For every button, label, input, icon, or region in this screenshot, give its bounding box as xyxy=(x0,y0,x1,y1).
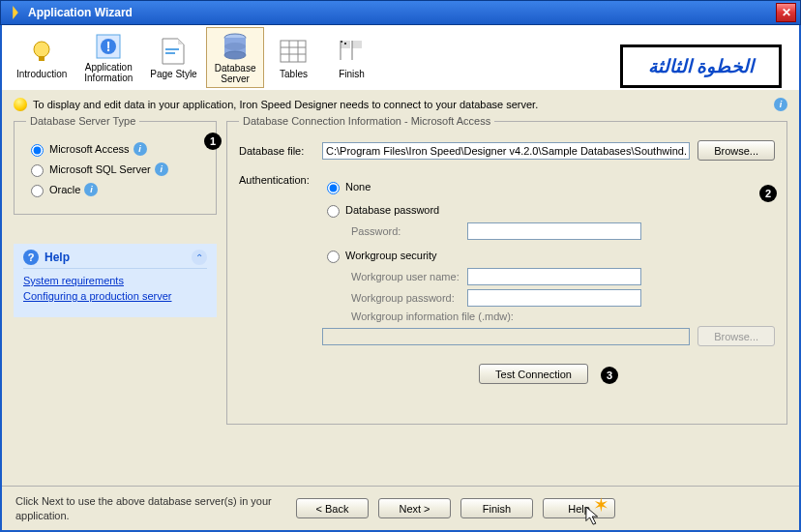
db-file-label: Database file: xyxy=(239,145,322,157)
bulb-icon xyxy=(26,36,57,67)
next-button[interactable]: Next > xyxy=(378,498,451,518)
radio-auth-workgroup[interactable] xyxy=(327,251,340,263)
info-text: To display and edit data in your applica… xyxy=(33,99,538,110)
info-icon[interactable]: i xyxy=(84,183,98,196)
svg-rect-8 xyxy=(165,52,175,54)
connection-legend: Database Connection Information - Micros… xyxy=(239,115,494,127)
radio-label: Oracle xyxy=(49,184,80,195)
footer: Click Next to use the above database ser… xyxy=(2,486,799,530)
radio-auth-none[interactable] xyxy=(327,182,340,194)
svg-rect-1 xyxy=(39,56,44,61)
help-title: Help xyxy=(44,251,192,264)
page-icon xyxy=(158,36,189,67)
password-input[interactable] xyxy=(467,222,641,240)
footer-text: Click Next to use the above database ser… xyxy=(15,494,286,522)
server-type-legend: Database Server Type xyxy=(26,115,139,127)
radio-label: Database password xyxy=(345,204,439,216)
radio-auth-dbpass[interactable] xyxy=(327,205,340,218)
toolbar-label: Tables xyxy=(280,69,308,79)
radio-label: Microsoft Access xyxy=(49,143,130,155)
toolbar-label: Introduction xyxy=(16,69,67,79)
password-label: Password: xyxy=(322,225,467,237)
info-icon[interactable]: i xyxy=(155,163,168,176)
wg-user-input[interactable] xyxy=(467,268,641,285)
auth-label: Authentication: xyxy=(239,174,322,186)
wg-file-label: Workgroup information file (.mdw): xyxy=(322,310,775,322)
tip-bulb-icon xyxy=(14,98,27,111)
toolbar-label: Database Server xyxy=(215,63,256,84)
toolbar-item-introduction[interactable]: Introduction xyxy=(8,27,75,88)
marker-2: 2 xyxy=(759,185,777,202)
browse-mdw-button: Browse... xyxy=(697,326,775,346)
wg-pass-label: Workgroup password: xyxy=(322,292,467,304)
test-connection-button[interactable]: Test Connection xyxy=(479,364,588,384)
svg-rect-19 xyxy=(352,41,362,48)
svg-point-12 xyxy=(224,43,246,50)
marker-1: 1 xyxy=(204,133,222,150)
info-icon[interactable]: i xyxy=(774,98,787,111)
radio-ms-access[interactable] xyxy=(31,144,44,157)
marker-3: 3 xyxy=(601,367,618,384)
wg-pass-input[interactable] xyxy=(467,289,641,307)
svg-point-0 xyxy=(34,42,49,57)
radio-label: None xyxy=(345,181,371,192)
chevron-up-icon[interactable]: ⌃ xyxy=(192,250,207,265)
radio-oracle[interactable] xyxy=(31,185,44,197)
wizard-icon xyxy=(9,6,22,19)
toolbar-label: Application Information xyxy=(84,62,133,83)
radio-label: Workgroup security xyxy=(345,250,437,261)
tables-icon xyxy=(278,36,309,67)
step-overlay: الخطوة الثالثة xyxy=(620,44,782,88)
db-file-input[interactable] xyxy=(322,142,690,160)
server-type-group: Database Server Type Microsoft Access i … xyxy=(14,115,217,215)
toolbar-label: Finish xyxy=(339,69,365,79)
svg-rect-13 xyxy=(281,41,306,62)
help-panel: ? Help ⌃ System requirements Configuring… xyxy=(14,244,217,317)
wg-file-input xyxy=(322,328,690,345)
svg-rect-21 xyxy=(344,43,346,44)
info-square-icon: ! xyxy=(93,32,124,60)
radio-ms-sql[interactable] xyxy=(31,164,44,177)
database-icon xyxy=(220,32,251,61)
svg-rect-7 xyxy=(165,48,179,50)
close-button[interactable]: ✕ xyxy=(776,3,796,22)
toolbar-item-finish[interactable]: Finish xyxy=(322,27,380,88)
back-button[interactable]: < Back xyxy=(296,498,369,518)
toolbar-item-tables[interactable]: Tables xyxy=(264,27,322,88)
wg-user-label: Workgroup user name: xyxy=(322,271,467,282)
flags-icon xyxy=(336,36,367,67)
window-title: Application Wizard xyxy=(28,6,776,19)
help-icon: ? xyxy=(23,250,39,265)
toolbar-item-appinfo[interactable]: ! Application Information xyxy=(75,27,141,88)
toolbar-item-pagestyle[interactable]: Page Style xyxy=(141,27,205,88)
connection-group: Database Connection Information - Micros… xyxy=(226,115,787,425)
finish-button[interactable]: Finish xyxy=(460,498,533,518)
help-link-prodserver[interactable]: Configuring a production server xyxy=(23,290,207,302)
toolbar-item-dbserver[interactable]: Database Server xyxy=(206,27,265,88)
svg-text:!: ! xyxy=(106,39,111,54)
info-icon[interactable]: i xyxy=(134,142,147,156)
svg-point-11 xyxy=(224,51,246,59)
titlebar: Application Wizard ✕ xyxy=(0,0,801,25)
help-button[interactable]: Help xyxy=(543,498,615,518)
toolbar-label: Page Style xyxy=(150,69,196,79)
help-link-sysreq[interactable]: System requirements xyxy=(23,275,207,286)
browse-button[interactable]: Browse... xyxy=(697,140,775,161)
radio-label: Microsoft SQL Server xyxy=(49,163,151,175)
